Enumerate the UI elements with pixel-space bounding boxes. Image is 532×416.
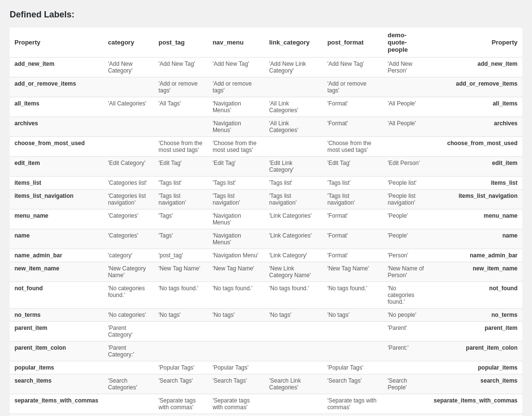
cell-post_tag: 'Add or remove tags' [154, 77, 208, 97]
cell-post_tag: 'Edit Tag' [154, 157, 208, 177]
table-row: add_or_remove_items'Add or remove tags''… [10, 77, 522, 97]
cell-post_format: 'No tags found.' [322, 282, 383, 309]
cell-link_category: 'Add New Link Category' [264, 58, 322, 77]
cell-link_category: 'Link Categories' [264, 229, 322, 249]
cell-property: all_items [10, 97, 103, 117]
cell-property_right: separate_items_with_commas [429, 394, 522, 414]
cell-post_tag [154, 117, 208, 137]
table-row: singular_name'Category''Tag''Navigation … [10, 414, 522, 416]
cell-demo_quote_people: 'Add New Person' [383, 58, 429, 77]
cell-property: name_admin_bar [10, 249, 103, 262]
cell-property: menu_name [10, 209, 103, 229]
cell-property_right: parent_item_colon [429, 342, 522, 361]
cell-property: parent_item_colon [10, 342, 103, 361]
cell-category: 'Parent Category:' [103, 342, 154, 361]
cell-post_format: 'Add or remove tags' [322, 77, 383, 97]
cell-post_tag: 'Tags' [154, 229, 208, 249]
cell-nav_menu: 'Navigation Menus' [208, 209, 264, 229]
table-row: name'Categories''Tags''Navigation Menus'… [10, 229, 522, 249]
cell-post_tag: 'Separate tags with commas' [154, 394, 208, 414]
cell-property_right: archives [429, 117, 522, 137]
table-row: new_item_name'New Category Name''New Tag… [10, 262, 522, 282]
cell-property: items_list_navigation [10, 190, 103, 209]
cell-link_category: 'No tags found.' [264, 282, 322, 309]
cell-post_tag: 'All Tags' [154, 97, 208, 117]
cell-demo_quote_people: 'Person' [383, 414, 429, 416]
cell-category: 'Search Categories' [103, 374, 154, 394]
cell-link_category [264, 342, 322, 361]
header-property: Property [10, 28, 103, 58]
page-title: Defined Labels: [10, 10, 522, 20]
cell-property_right: no_terms [429, 309, 522, 322]
cell-property: singular_name [10, 414, 103, 416]
cell-post_tag [154, 322, 208, 342]
cell-post_tag [154, 342, 208, 361]
cell-nav_menu: 'New Tag Name' [208, 262, 264, 282]
cell-demo_quote_people: 'Edit Person' [383, 157, 429, 177]
cell-property_right: choose_from_most_used [429, 137, 522, 157]
cell-post_format: 'Format' [322, 97, 383, 117]
cell-demo_quote_people: 'People' [383, 209, 429, 229]
cell-link_category [264, 322, 322, 342]
cell-property: popular_items [10, 361, 103, 374]
header-category: category [103, 28, 154, 58]
cell-post_tag: 'Tag' [154, 414, 208, 416]
cell-demo_quote_people: 'All People' [383, 117, 429, 137]
header-post-format: post_format [322, 28, 383, 58]
cell-link_category: 'Tags list' [264, 177, 322, 190]
cell-demo_quote_people: 'No categories found.' [383, 282, 429, 309]
cell-demo_quote_people [383, 77, 429, 97]
cell-post_format: 'Separate tags with commas' [322, 394, 383, 414]
cell-post_tag: 'Choose from the most used tags' [154, 137, 208, 157]
cell-property_right: menu_name [429, 209, 522, 229]
cell-category: 'Categories list' [103, 177, 154, 190]
cell-link_category [264, 77, 322, 97]
cell-nav_menu: 'No tags' [208, 309, 264, 322]
cell-demo_quote_people: 'Search People' [383, 374, 429, 394]
cell-demo_quote_people: 'Person' [383, 249, 429, 262]
cell-link_category: 'Link Category' [264, 414, 322, 416]
cell-category: 'Categories list navigation' [103, 190, 154, 209]
cell-post_tag: 'Tags list navigation' [154, 190, 208, 209]
cell-nav_menu: 'Tags list' [208, 177, 264, 190]
cell-property: choose_from_most_used [10, 137, 103, 157]
cell-property: not_found [10, 282, 103, 309]
cell-post_format: 'No tags' [322, 309, 383, 322]
cell-link_category [264, 137, 322, 157]
table-row: all_items'All Categories''All Tags''Navi… [10, 97, 522, 117]
cell-property: add_or_remove_items [10, 77, 103, 97]
cell-post_format: 'Popular Tags' [322, 361, 383, 374]
cell-demo_quote_people: 'All People' [383, 97, 429, 117]
table-row: not_found'No categories found.''No tags … [10, 282, 522, 309]
cell-link_category: 'All Link Categories' [264, 97, 322, 117]
table-row: popular_items'Popular Tags''Popular Tags… [10, 361, 522, 374]
table-row: separate_items_with_commas'Separate tags… [10, 394, 522, 414]
cell-property: add_new_item [10, 58, 103, 77]
cell-category: 'Categories' [103, 209, 154, 229]
cell-link_category [264, 361, 322, 374]
cell-post_format: 'Format' [322, 229, 383, 249]
cell-nav_menu: 'Navigation Menu' [208, 414, 264, 416]
cell-link_category: 'New Link Category Name' [264, 262, 322, 282]
cell-category [103, 77, 154, 97]
cell-property_right: items_list_navigation [429, 190, 522, 209]
cell-post_tag: 'Tags list' [154, 177, 208, 190]
table-row: archives'Navigation Menus''All Link Cate… [10, 117, 522, 137]
cell-property_right: name_admin_bar [429, 249, 522, 262]
cell-post_format: 'Format' [322, 414, 383, 416]
cell-nav_menu: 'Tags list navigation' [208, 190, 264, 209]
cell-nav_menu: 'Separate tags with commas' [208, 394, 264, 414]
cell-link_category: 'Link Category' [264, 249, 322, 262]
cell-nav_menu [208, 322, 264, 342]
cell-category [103, 394, 154, 414]
cell-nav_menu: 'Edit Tag' [208, 157, 264, 177]
cell-property_right: name [429, 229, 522, 249]
cell-nav_menu: 'Navigation Menus' [208, 97, 264, 117]
cell-category [103, 117, 154, 137]
cell-property_right: search_items [429, 374, 522, 394]
cell-category [103, 361, 154, 374]
table-row: items_list_navigation'Categories list na… [10, 190, 522, 209]
cell-property_right: all_items [429, 97, 522, 117]
cell-property: parent_item [10, 322, 103, 342]
cell-category: 'Category' [103, 414, 154, 416]
